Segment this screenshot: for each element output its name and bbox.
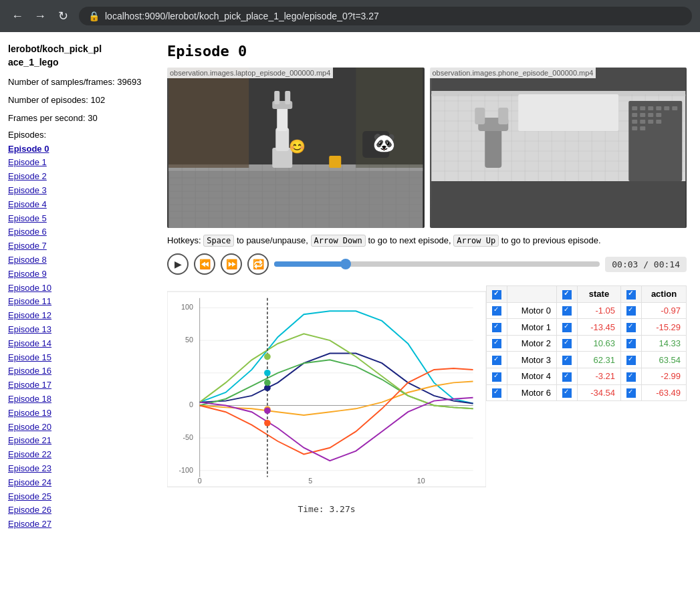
hotkeys-text: Hotkeys: Space to pause/unpause, Arrow D… (167, 235, 687, 247)
episode-link-13[interactable]: Episode 13 (8, 323, 146, 337)
fast-forward-button[interactable]: ⏩ (221, 253, 242, 275)
episode-link-23[interactable]: Episode 23 (8, 462, 146, 476)
nav-buttons: ← → ↻ (8, 7, 72, 25)
chart-area: 100 50 0 -50 -100 0 5 10 (167, 285, 486, 514)
hotkey-arrow-down: Arrow Down (311, 235, 366, 247)
table-row-motor-0: Motor 0 -1.05 -0.97 (487, 302, 687, 319)
svg-point-114 (264, 354, 271, 360)
all-state-checkbox[interactable] (562, 290, 572, 300)
episode-link-11[interactable]: Episode 11 (8, 295, 146, 309)
motor-5-state-checkbox[interactable] (562, 388, 572, 398)
motor-1-label: Motor 1 (507, 319, 557, 336)
th-motor-label (507, 286, 557, 303)
motor-4-checkbox[interactable] (492, 372, 501, 382)
video-section: observation.images.laptop_episode_000000… (167, 68, 687, 228)
motor-0-action-checkbox[interactable] (626, 306, 636, 316)
motor-1-state-checkbox[interactable] (562, 323, 572, 332)
motor-4-state-checkbox[interactable] (562, 372, 572, 382)
all-action-checkbox[interactable] (626, 290, 636, 300)
motor-1-checkbox[interactable] (492, 323, 501, 332)
motor-2-checkbox[interactable] (492, 339, 501, 348)
episode-link-25[interactable]: Episode 25 (8, 490, 146, 504)
episode-link-16[interactable]: Episode 16 (8, 364, 146, 378)
episode-link-15[interactable]: Episode 15 (8, 351, 146, 365)
episode-link-2[interactable]: Episode 2 (8, 170, 146, 184)
episode-link-12[interactable]: Episode 12 (8, 309, 146, 323)
episode-link-6[interactable]: Episode 6 (8, 225, 146, 239)
motor-3-state-checkbox[interactable] (562, 356, 572, 365)
progress-bar[interactable] (274, 261, 600, 267)
data-table-container: state action Motor 0 -1.05 -0.97 Motor 1… (486, 285, 687, 514)
chart-svg: 100 50 0 -50 -100 0 5 10 (167, 285, 486, 499)
sidebar: lerobot/koch_pick_pl ace_1_lego Number o… (0, 32, 154, 593)
motor-4-action-checkbox[interactable] (626, 372, 636, 382)
episode-link-19[interactable]: Episode 19 (8, 406, 146, 421)
episode-link-21[interactable]: Episode 21 (8, 434, 146, 448)
episode-link-27[interactable]: Episode 27 (8, 517, 146, 531)
loop-button[interactable]: 🔁 (247, 253, 269, 275)
motor-3-label: Motor 3 (507, 352, 557, 368)
video-right-container: observation.images.phone_episode_000000.… (430, 68, 687, 228)
episodes-label: Episodes: (8, 130, 146, 140)
video-left-label: observation.images.laptop_episode_000000… (167, 68, 333, 78)
data-table: state action Motor 0 -1.05 -0.97 Motor 1… (486, 285, 687, 401)
motor-2-action-checkbox[interactable] (626, 339, 636, 348)
episode-link-0[interactable]: Episode 0 (8, 142, 146, 156)
all-motor-checkbox[interactable] (492, 290, 501, 300)
motor-3-checkbox[interactable] (492, 356, 501, 365)
motor-0-state-checkbox[interactable] (562, 306, 572, 316)
motor-2-state-checkbox[interactable] (562, 339, 572, 348)
th-action: action (642, 286, 687, 303)
play-button[interactable]: ▶ (167, 253, 189, 275)
address-bar[interactable]: 🔒 localhost:9090/lerobot/koch_pick_place… (79, 7, 692, 25)
forward-button[interactable]: → (31, 7, 49, 25)
svg-point-110 (264, 370, 271, 376)
sidebar-stats-fps: Frames per second: 30 (8, 112, 146, 126)
th-state-checkbox (556, 286, 577, 303)
svg-rect-88 (656, 120, 661, 124)
motor-5-label: Motor 6 (507, 384, 557, 401)
lock-icon: 🔒 (88, 11, 100, 21)
episode-link-9[interactable]: Episode 9 (8, 267, 146, 281)
motor-0-checkbox[interactable] (492, 306, 501, 316)
svg-rect-78 (656, 106, 661, 110)
motor-5-checkbox[interactable] (492, 388, 501, 398)
th-action-checkbox (621, 286, 642, 303)
episode-link-20[interactable]: Episode 20 (8, 421, 146, 435)
svg-rect-80 (672, 106, 677, 110)
episode-link-17[interactable]: Episode 17 (8, 378, 146, 392)
svg-rect-33 (274, 91, 279, 104)
svg-text:-100: -100 (179, 466, 193, 474)
svg-text:0: 0 (198, 477, 202, 485)
progress-thumb (340, 259, 351, 269)
back-button[interactable]: ← (8, 7, 27, 25)
svg-point-113 (264, 380, 271, 386)
rewind-button[interactable]: ⏪ (194, 253, 215, 275)
video-right[interactable] (430, 68, 687, 228)
episode-link-26[interactable]: Episode 26 (8, 503, 146, 517)
table-row-motor-2: Motor 2 10.63 14.33 (487, 335, 687, 352)
video-left[interactable]: 🐼 😊 (167, 68, 425, 228)
chart-time-label: Time: 3.27s (167, 504, 486, 514)
hotkey-arrow-up: Arrow Up (453, 235, 499, 247)
reload-button[interactable]: ↻ (53, 7, 72, 25)
svg-text:😊: 😊 (289, 138, 306, 154)
episode-link-5[interactable]: Episode 5 (8, 212, 146, 226)
motor-3-state: 62.31 (577, 352, 620, 368)
motor-4-state: -3.21 (577, 368, 620, 385)
episode-link-18[interactable]: Episode 18 (8, 392, 146, 406)
hotkey-space: Space (203, 235, 234, 247)
episode-link-10[interactable]: Episode 10 (8, 281, 146, 295)
episode-link-4[interactable]: Episode 4 (8, 198, 146, 212)
motor-5-action-checkbox[interactable] (626, 388, 636, 398)
motor-3-action-checkbox[interactable] (626, 356, 636, 365)
motor-5-action: -63.49 (642, 384, 687, 401)
episode-link-1[interactable]: Episode 1 (8, 156, 146, 170)
episode-link-22[interactable]: Episode 22 (8, 448, 146, 462)
episode-link-3[interactable]: Episode 3 (8, 184, 146, 198)
motor-1-action-checkbox[interactable] (626, 323, 636, 332)
episode-link-7[interactable]: Episode 7 (8, 239, 146, 253)
episode-link-24[interactable]: Episode 24 (8, 476, 146, 490)
episode-link-14[interactable]: Episode 14 (8, 337, 146, 351)
episode-link-8[interactable]: Episode 8 (8, 253, 146, 267)
